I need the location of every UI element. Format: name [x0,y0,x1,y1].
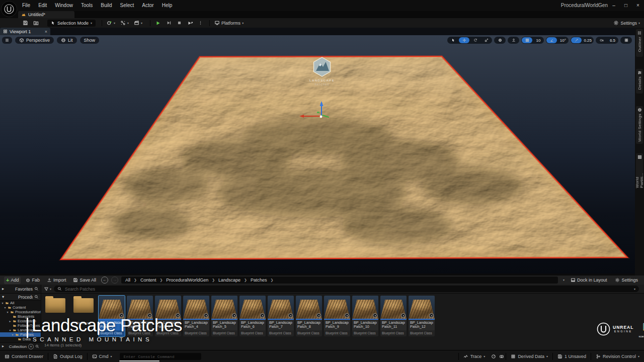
viewport-tab-close-icon[interactable]: × [45,29,47,34]
maximize-viewport-icon[interactable] [621,37,631,43]
collections-section[interactable]: ▸ Collection + [0,342,41,350]
level-tab[interactable]: Untitled* [18,11,74,18]
show-dropdown[interactable]: Show [80,37,100,44]
cinematics-button[interactable]: ▾ [131,19,145,27]
unsaved-button[interactable]: 1 Unsaved [553,350,591,362]
path-options-chevron-icon[interactable]: ▾ [563,279,565,282]
menu-edit[interactable]: Edit [34,0,51,11]
cmd-dropdown[interactable]: Cmd ▾ [88,350,117,362]
menu-help[interactable]: Help [158,0,177,11]
trace-dropdown[interactable]: Trace ▾ [459,350,490,362]
camera-speed-value[interactable]: 6.5 [607,37,618,43]
launch-button[interactable] [185,19,196,27]
breadcrumb-patches[interactable]: Patches [251,278,267,283]
asset-tile[interactable]: BP_Landscape_Patch_7 Blueprint Class [268,296,294,336]
camera-speed-icon[interactable] [596,37,607,43]
translate-tool-icon[interactable] [459,37,469,43]
toolbar-settings-dropdown[interactable]: Settings ▾ [613,20,640,26]
tree-expand-icon[interactable]: ▸ [9,319,12,323]
content-drawer-button[interactable]: Content Drawer [0,350,48,362]
menu-tools[interactable]: Tools [77,0,97,11]
blueprints-button[interactable]: ▾ [118,19,131,27]
landscape-terrain[interactable]: LANDSCAPE PATCHES [0,35,635,274]
grid-snap-icon[interactable] [522,37,532,43]
select-tool-icon[interactable] [448,37,458,43]
tree-item-content[interactable]: ▾Content [0,305,41,310]
asset-tile[interactable]: BP_Landscape_Patch_8 Blueprint Class [296,296,322,336]
search-save-chevron-icon[interactable]: ▾ [634,288,635,291]
view-mode-dropdown[interactable]: Lit [57,37,77,44]
tab-world-settings[interactable]: World Settings [636,106,643,144]
close-button[interactable]: × [634,0,642,11]
grid-snap-value[interactable]: 10 [533,37,543,43]
add-actor-button[interactable]: ▾ [104,19,118,27]
sources-expand-icon[interactable]: ▾ [2,295,17,299]
save-all-button[interactable]: Save All [71,277,98,284]
asset-tile[interactable]: BP_Landscape_Patch_11 Blueprint Class [380,296,407,336]
revision-control-dropdown[interactable]: Revision Control ▾ [591,350,644,362]
save-current-button[interactable] [20,19,31,27]
back-button[interactable]: ← [101,277,108,284]
tree-expand-icon[interactable]: ▾ [4,306,7,309]
breadcrumb-content[interactable]: Content [140,278,156,283]
tree-item-proceduralworldgen[interactable]: ▾ProceduralWorldGen [0,310,41,314]
screenshot-icon[interactable] [498,350,506,362]
search-bar[interactable]: ▾ [54,286,639,292]
console-command-input[interactable] [123,354,198,359]
frame-skip-button[interactable] [164,19,174,27]
platforms-dropdown[interactable]: Platforms ▾ [212,19,246,27]
asset-tile[interactable]: BP_Landscape_Patch_10 Blueprint Class [352,296,378,336]
import-button[interactable]: Import [45,277,68,284]
breadcrumb-landscape[interactable]: Landscape [218,278,240,283]
console-command-box[interactable] [120,353,201,360]
browse-content-icon[interactable] [31,19,41,27]
add-button[interactable]: + Add [4,277,21,284]
search-input[interactable] [64,286,632,292]
asset-tile[interactable]: BP_Landscape_Patch_9 Blueprint Class [324,296,350,336]
asset-tile[interactable]: BP_Landscape_Patch_12 Blueprint Class [409,296,435,336]
viewport-menu-button[interactable] [2,37,12,44]
add-collection-icon[interactable]: + [28,344,34,349]
rotation-snap-icon[interactable] [546,37,557,43]
viewport[interactable]: LANDSCAPE PATCHES Perspective Lit [0,35,635,274]
menu-actor[interactable]: Actor [138,0,157,11]
perspective-dropdown[interactable]: Perspective [15,37,54,44]
collections-expand-icon[interactable]: ▸ [2,344,8,348]
maximize-button[interactable]: □ [622,0,630,11]
content-browser-settings-button[interactable]: Settings [613,277,640,284]
viewport-tab[interactable]: Viewport 1 × [0,28,50,35]
scale-tool-icon[interactable] [481,37,492,43]
play-button[interactable] [152,19,164,27]
asset-tile[interactable]: BP_Landscape_Patch_6 Blueprint Class [239,296,266,336]
tab-outliner[interactable]: Outliner [636,29,643,57]
scale-snap-icon[interactable] [571,37,582,43]
tree-expand-icon[interactable]: ▾ [6,310,9,314]
favorites-section[interactable]: ▸ Favorites [0,285,41,293]
fab-button[interactable]: Fab [24,277,42,284]
scale-snap-value[interactable]: 0.25 [582,37,593,43]
menu-build[interactable]: Build [97,0,116,11]
output-log-button[interactable]: Output Log [48,350,87,362]
play-options-icon[interactable] [196,19,205,27]
forward-button[interactable]: → [111,277,118,284]
tree-item-all[interactable]: ▾All [0,301,41,305]
asset-tile[interactable]: BP_Landscape_Patch_4 Blueprint Class [183,296,209,336]
filter-button[interactable]: ▾ [41,287,54,292]
favorites-expand-icon[interactable]: ▸ [2,287,14,291]
tree-expand-icon[interactable]: ▾ [9,328,12,332]
tab-details[interactable]: Details [636,69,643,94]
sources-header[interactable]: ▾ ProceduralWorldGen [0,294,41,301]
stop-button[interactable] [174,19,185,27]
tree-expand-icon[interactable]: ▾ [11,333,14,336]
menu-window[interactable]: Window [51,0,77,11]
breadcrumb-proceduralworldgen[interactable]: ProceduralWorldGen [166,278,208,283]
tab-world-partition[interactable]: World Partiti... [636,153,643,188]
asset-tile[interactable]: BP_Landscape_Patch_5 Blueprint Class [211,296,237,336]
surface-snap-icon[interactable] [508,37,519,43]
tree-expand-icon[interactable]: ▾ [1,301,4,305]
insights-gauge-icon[interactable] [490,350,498,362]
minimize-button[interactable]: – [610,0,618,11]
editor-mode-dropdown[interactable]: Selection Mode ▾ [47,20,96,27]
world-local-toggle-icon[interactable] [495,37,505,43]
breadcrumb-all[interactable]: All [125,278,130,283]
